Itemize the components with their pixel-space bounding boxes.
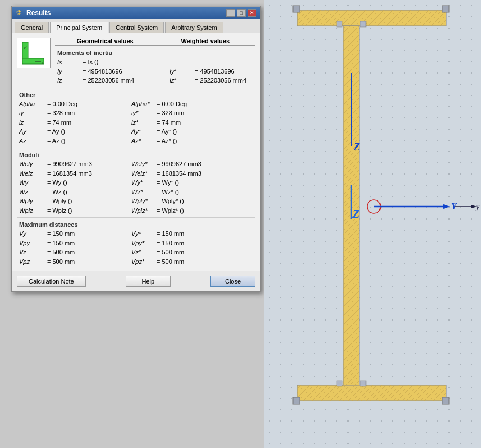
shape-drawing: Z Z Y y — [264, 0, 481, 448]
svg-text:Z: Z — [352, 208, 359, 220]
vpz-star-name: Vpz* — [131, 257, 157, 267]
alpha-star-value: = 0.00 Deg — [157, 99, 253, 109]
iy-name: Iy — [57, 67, 83, 76]
col-geometrical: Geometrical values — [55, 38, 155, 46]
close-button[interactable]: Close — [210, 276, 255, 287]
calculation-note-button[interactable]: Calculation Note — [17, 276, 86, 287]
moduli-row-3: Wz = Wz () Wz* = Wz* () — [19, 188, 253, 197]
other-row-2: iz = 74 mm iz* = 74 mm — [19, 118, 253, 127]
wply-name: Wply — [19, 196, 47, 206]
vpy-star-value: = 150 mm — [157, 239, 253, 248]
vpz-value: = 500 mm — [47, 257, 131, 267]
section-moduli: Moduli Wely = 9909627 mm3 Wely* = 990962… — [17, 152, 255, 215]
iz-name: Iz — [57, 76, 83, 85]
other-row-4: Az = Az () Az* = Az* () — [19, 136, 253, 146]
shape-preview: y y' — [17, 38, 51, 68]
tab-general[interactable]: General — [15, 22, 49, 33]
wply-value: = Wply () — [47, 196, 131, 206]
tab-central-system[interactable]: Central System — [109, 22, 164, 33]
tab-arbitrary-system[interactable]: Arbitrary System — [165, 22, 223, 33]
iz-star-value: = 252203056 mm4 — [195, 76, 253, 85]
maxdist-row-2: Vz = 500 mm Vz* = 500 mm — [19, 248, 253, 257]
wy-star-name: Wy* — [131, 178, 157, 188]
tab-principal-system[interactable]: Principal System — [50, 22, 108, 33]
svg-rect-7 — [264, 0, 481, 448]
vz-star-name: Vz* — [131, 248, 157, 257]
other-label: Other — [19, 92, 253, 98]
button-row: Calculation Note Help Close — [12, 271, 260, 291]
svg-rect-16 — [293, 397, 300, 404]
iy2-star-value: = 328 mm — [157, 108, 253, 118]
svg-text:Z: Z — [353, 141, 360, 153]
dialog-title: Results — [26, 9, 51, 17]
az-star-value: = Az* () — [157, 136, 253, 146]
svg-rect-32 — [360, 381, 366, 386]
svg-text:y: y — [42, 61, 43, 64]
wely-star-name: Wely* — [131, 159, 157, 169]
alpha-name: Alpha — [19, 99, 47, 109]
svg-rect-30 — [360, 21, 366, 27]
svg-rect-15 — [442, 6, 449, 12]
vy-star-name: Vy* — [131, 229, 157, 239]
iz2-value: = 74 mm — [47, 118, 131, 127]
moment-row-0: Ix = Ix () — [57, 57, 253, 67]
vpy-star-name: Vpy* — [131, 239, 157, 248]
vy-value: = 150 mm — [47, 229, 131, 239]
svg-rect-1 — [22, 58, 44, 64]
wely-star-value: = 9909627 mm3 — [157, 159, 253, 169]
wply-star-value: = Wply* () — [157, 196, 253, 206]
svg-rect-29 — [337, 21, 342, 27]
iz2-star-value: = 74 mm — [157, 118, 253, 127]
vz-value: = 500 mm — [47, 248, 131, 257]
svg-rect-31 — [337, 381, 342, 386]
other-row-1: iy = 328 mm iy* = 328 mm — [19, 108, 253, 118]
moments-label: Moments of inertia — [57, 49, 253, 56]
svg-rect-9 — [297, 10, 446, 26]
wplz-name: Wplz — [19, 206, 47, 216]
wplz-star-value: = Wplz* () — [157, 206, 253, 216]
az-value: = Az () — [47, 136, 131, 146]
wy-name: Wy — [19, 178, 47, 188]
moduli-row-0: Wely = 9909627 mm3 Wely* = 9909627 mm3 — [19, 159, 253, 169]
wely-name: Wely — [19, 159, 47, 169]
ay-star-value: = Ay* () — [157, 127, 253, 136]
other-row-3: Ay = Ay () Ay* = Ay* () — [19, 127, 253, 136]
values-container: Geometrical values Weighted values Momen… — [55, 38, 255, 85]
vy-name: Vy — [19, 229, 47, 239]
iy2-value: = 328 mm — [47, 108, 131, 118]
iy-star-value: = 4954813696 — [195, 67, 253, 76]
svg-rect-13 — [297, 385, 446, 401]
maximize-button[interactable]: □ — [237, 9, 246, 17]
drawing-area: Z Z Y y — [264, 0, 481, 448]
results-dialog: ⚗ Results ─ □ ✕ General Principal System… — [11, 6, 261, 292]
tab-bar: General Principal System Central System … — [12, 19, 260, 33]
wz-name: Wz — [19, 188, 47, 197]
minimize-button[interactable]: ─ — [226, 9, 235, 17]
ay-value: = Ay () — [47, 127, 131, 136]
vpz-star-value: = 500 mm — [157, 257, 253, 267]
vy-star-value: = 150 mm — [157, 229, 253, 239]
alpha-star-name: Alpha* — [131, 99, 157, 109]
wply-star-name: Wply* — [131, 196, 157, 206]
welz-star-name: Welz* — [131, 169, 157, 179]
wy-value: = Wy () — [47, 178, 131, 188]
svg-text:y': y' — [24, 45, 27, 49]
moduli-row-5: Wplz = Wplz () Wplz* = Wplz* () — [19, 206, 253, 216]
title-bar: ⚗ Results ─ □ ✕ — [12, 7, 260, 19]
vpy-value: = 150 mm — [47, 239, 131, 248]
svg-text:y: y — [475, 203, 480, 211]
wplz-star-name: Wplz* — [131, 206, 157, 216]
az-star-name: Az* — [131, 136, 157, 146]
title-buttons: ─ □ ✕ — [226, 9, 256, 17]
iz-star-name: Iz* — [170, 76, 195, 85]
ix-name: Ix — [57, 57, 83, 67]
ay-name: Ay — [19, 127, 47, 136]
section-other: Other Alpha = 0.00 Deg Alpha* = 0.00 Deg… — [17, 92, 255, 146]
titlebar-close-button[interactable]: ✕ — [248, 9, 256, 17]
moment-row-1: Iy = 4954813696 Iy* = 4954813696 — [57, 67, 253, 76]
columns-header: Geometrical values Weighted values — [55, 38, 255, 46]
help-button[interactable]: Help — [126, 276, 171, 287]
svg-rect-14 — [293, 6, 300, 12]
section-max-distances: Maximum distances Vy = 150 mm Vy* = 150 … — [17, 221, 255, 266]
wely-value: = 9909627 mm3 — [47, 159, 131, 169]
